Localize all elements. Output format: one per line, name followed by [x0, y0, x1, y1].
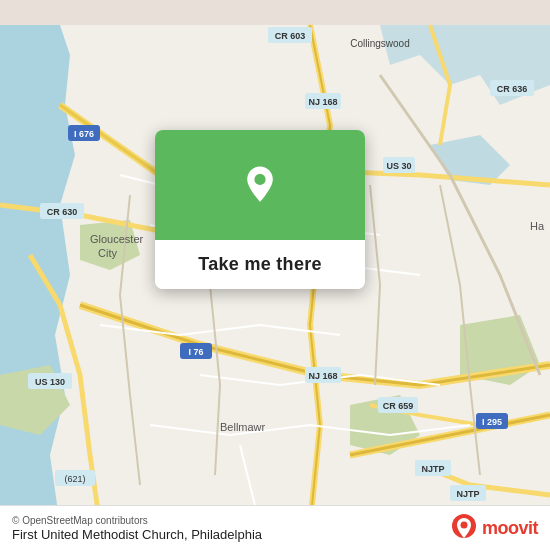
svg-text:CR 630: CR 630	[47, 207, 78, 217]
svg-text:Bellmawr: Bellmawr	[220, 421, 266, 433]
bottom-info: © OpenStreetMap contributors First Unite…	[12, 515, 262, 542]
take-me-there-button[interactable]: Take me there	[155, 240, 365, 289]
svg-text:NJTP: NJTP	[456, 489, 479, 499]
svg-text:NJ 168: NJ 168	[308, 371, 337, 381]
location-name: First United Methodist Church, Philadelp…	[12, 527, 262, 542]
svg-text:US 130: US 130	[35, 377, 65, 387]
svg-point-36	[460, 522, 467, 529]
svg-text:Gloucester: Gloucester	[90, 233, 144, 245]
moovit-logo[interactable]: moovit	[450, 514, 538, 542]
overlay-card: Take me there	[155, 130, 365, 289]
card-map-area	[155, 130, 365, 240]
bottom-bar: © OpenStreetMap contributors First Unite…	[0, 505, 550, 550]
svg-text:(621): (621)	[64, 474, 85, 484]
svg-text:NJTP: NJTP	[421, 464, 444, 474]
svg-text:CR 603: CR 603	[275, 31, 306, 41]
moovit-logo-icon	[450, 514, 478, 542]
svg-text:I 76: I 76	[188, 347, 203, 357]
svg-text:I 676: I 676	[74, 129, 94, 139]
svg-text:City: City	[98, 247, 117, 259]
svg-text:Ha: Ha	[530, 220, 545, 232]
svg-point-34	[254, 174, 265, 185]
svg-text:Collingswood: Collingswood	[350, 38, 409, 49]
svg-text:NJ 168: NJ 168	[308, 97, 337, 107]
moovit-brand-name: moovit	[482, 518, 538, 539]
svg-text:I 295: I 295	[482, 417, 502, 427]
map-container: CR 603 Collingswood NJ 168 I 676 US 30 C…	[0, 0, 550, 550]
svg-text:CR 659: CR 659	[383, 401, 414, 411]
svg-text:CR 636: CR 636	[497, 84, 528, 94]
svg-text:US 30: US 30	[386, 161, 411, 171]
location-pin-icon	[240, 165, 280, 205]
osm-attribution: © OpenStreetMap contributors	[12, 515, 262, 526]
